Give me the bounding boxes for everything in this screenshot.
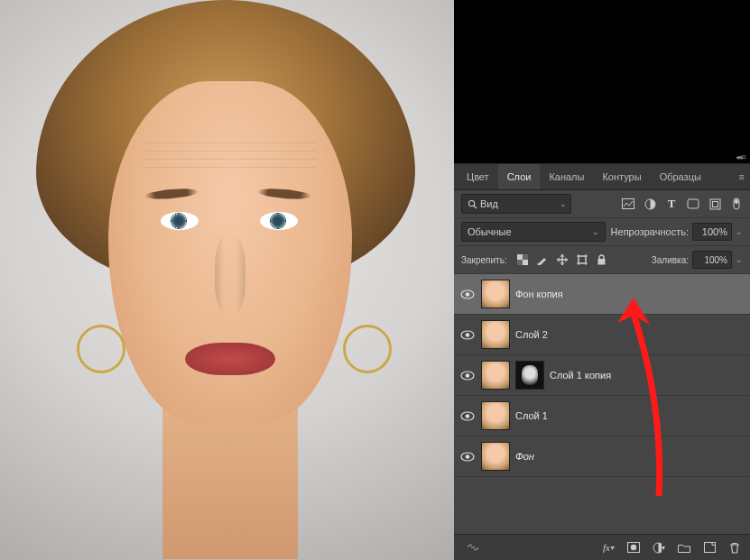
lock-brush-icon[interactable]: [536, 253, 549, 266]
visibility-icon: [460, 411, 475, 421]
layer-thumbnail[interactable]: [481, 320, 510, 349]
layers-bottom-toolbar: 󠀠 fx▾ ▾: [454, 534, 750, 560]
shape-filter-icon[interactable]: [687, 197, 699, 210]
visibility-icon: [460, 289, 475, 299]
svg-rect-12: [517, 260, 523, 265]
new-group-icon[interactable]: [678, 541, 690, 554]
svg-rect-9: [517, 254, 523, 260]
tab-channels[interactable]: Каналы: [540, 164, 593, 189]
layer-thumbnail[interactable]: [481, 401, 510, 430]
layer-fx-icon[interactable]: fx▾: [602, 541, 615, 554]
svg-point-23: [466, 333, 470, 337]
visibility-toggle[interactable]: [454, 452, 481, 462]
visibility-icon: [460, 330, 475, 340]
layer-name[interactable]: Фон копия: [515, 289, 563, 299]
svg-line-1: [473, 205, 476, 207]
search-icon: [466, 197, 478, 210]
visibility-toggle[interactable]: [454, 289, 481, 299]
smartobject-filter-icon[interactable]: [708, 197, 721, 210]
layer-name[interactable]: Слой 1 копия: [550, 370, 611, 381]
lock-label: Закрепить:: [461, 255, 507, 265]
layer-name[interactable]: Слой 2: [515, 329, 548, 340]
layer-kind-value[interactable]: [478, 197, 536, 210]
blend-mode-value: Обычные: [468, 226, 512, 237]
svg-point-31: [631, 545, 636, 550]
panel-tabs: Цвет Слои Каналы Контуры Образцы ≡: [454, 164, 750, 190]
visibility-icon: [460, 452, 475, 462]
layer-thumbnail[interactable]: [481, 280, 510, 308]
fill-input[interactable]: 100%: [692, 251, 732, 269]
lock-position-icon[interactable]: [556, 253, 569, 266]
svg-rect-4: [688, 199, 699, 208]
layer-mask-thumbnail[interactable]: [515, 361, 544, 390]
visibility-icon: [460, 371, 475, 381]
svg-rect-5: [710, 199, 720, 209]
tab-swatches[interactable]: Образцы: [651, 164, 710, 189]
layer-thumbnail[interactable]: [481, 361, 510, 390]
chevron-down-icon: ⌄: [592, 227, 599, 236]
layer-name[interactable]: Слой 1: [515, 410, 548, 421]
layer-row[interactable]: Фон: [454, 436, 750, 477]
layer-row[interactable]: Слой 1: [454, 396, 750, 436]
svg-rect-11: [523, 254, 528, 260]
image-filter-icon[interactable]: [622, 197, 634, 210]
adjustment-filter-icon[interactable]: [644, 197, 656, 210]
svg-rect-33: [704, 543, 715, 553]
layer-thumbnail[interactable]: [481, 442, 510, 471]
chevron-down-icon[interactable]: ⌄: [736, 255, 743, 264]
blend-mode-select[interactable]: Обычные ⌄: [461, 222, 606, 242]
panel-collapse-icon[interactable]: ◂◂ ≡: [736, 152, 745, 161]
layers-panel: Цвет Слои Каналы Контуры Образцы ≡ ⌄: [454, 163, 750, 560]
opacity-input[interactable]: 100%: [692, 223, 732, 241]
delete-layer-icon[interactable]: [728, 541, 741, 554]
svg-rect-14: [579, 256, 586, 263]
photo-portrait: [0, 0, 454, 560]
empty-panel-area: ◂◂ ≡: [454, 0, 750, 163]
filter-toggle-icon[interactable]: [730, 197, 743, 210]
chevron-down-icon: ⌄: [560, 199, 567, 208]
visibility-toggle[interactable]: [454, 411, 481, 421]
lock-artboard-icon[interactable]: [576, 253, 588, 266]
layer-filter-row: ⌄ T: [454, 190, 750, 218]
svg-rect-6: [712, 201, 718, 207]
tab-paths[interactable]: Контуры: [593, 164, 650, 189]
link-layers-icon[interactable]: 󠀠: [467, 541, 479, 554]
layer-row[interactable]: Фон копия: [454, 274, 750, 315]
fill-label: Заливка:: [652, 255, 689, 265]
visibility-toggle[interactable]: [454, 371, 481, 381]
layer-row[interactable]: Слой 2: [454, 315, 750, 355]
chevron-down-icon[interactable]: ⌄: [736, 227, 743, 236]
panel-menu-icon[interactable]: ≡: [739, 171, 745, 182]
visibility-toggle[interactable]: [454, 330, 481, 340]
text-filter-icon[interactable]: T: [665, 197, 678, 210]
add-mask-icon[interactable]: [627, 541, 640, 554]
svg-rect-10: [523, 260, 528, 265]
svg-point-21: [466, 292, 470, 297]
lock-pixels-icon[interactable]: [516, 253, 529, 266]
svg-rect-2: [623, 199, 634, 209]
fill-value: 100%: [704, 255, 727, 265]
svg-point-27: [466, 414, 470, 418]
tab-color[interactable]: Цвет: [458, 164, 498, 189]
svg-point-29: [466, 454, 470, 459]
tab-layers[interactable]: Слои: [498, 164, 541, 189]
svg-rect-19: [598, 259, 606, 265]
lock-all-icon[interactable]: [596, 253, 608, 266]
blend-opacity-row: Обычные ⌄ Непрозрачность: 100% ⌄: [454, 218, 750, 246]
new-layer-icon[interactable]: [703, 541, 716, 554]
layer-row[interactable]: Слой 1 копия: [454, 355, 750, 396]
new-adjustment-icon[interactable]: ▾: [653, 541, 665, 554]
panels-column: ◂◂ ≡ Цвет Слои Каналы Контуры Образцы ≡ …: [454, 0, 750, 560]
layer-name[interactable]: Фон: [515, 451, 534, 462]
layers-list: Фон копияСлой 2Слой 1 копияСлой 1Фон: [454, 274, 750, 534]
opacity-value: 100%: [702, 226, 727, 237]
opacity-label: Непрозрачность:: [611, 226, 689, 237]
document-canvas[interactable]: [0, 0, 454, 560]
svg-rect-8: [735, 199, 738, 204]
lock-fill-row: Закрепить: Заливка: 100% ⌄: [454, 246, 750, 274]
app-root: ◂◂ ≡ Цвет Слои Каналы Контуры Образцы ≡ …: [0, 0, 750, 560]
svg-point-25: [466, 373, 470, 378]
layer-kind-select[interactable]: ⌄: [461, 194, 571, 214]
svg-point-0: [468, 200, 474, 206]
